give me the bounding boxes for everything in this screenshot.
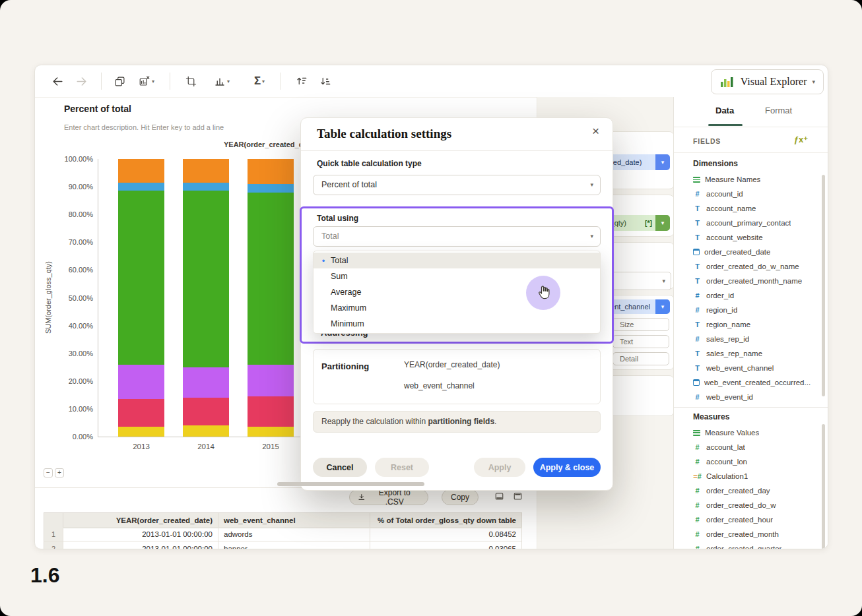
field-account-website[interactable]: Taccount_website	[674, 230, 828, 245]
mark-button-detail[interactable]: Detail	[613, 352, 669, 365]
total-using-dropdown[interactable]: Total ▾	[313, 226, 601, 247]
field-account-id[interactable]: #account_id	[674, 187, 828, 201]
dropdown-option-total[interactable]: •Total	[314, 253, 600, 268]
field-order-created-do-w[interactable]: #order_created_do_w	[674, 498, 828, 512]
quick-calc-dropdown[interactable]: Percent of total ▾	[313, 175, 601, 195]
bar-segment-purple[interactable]	[183, 367, 229, 398]
bar-segment-orange[interactable]	[248, 159, 294, 184]
quick-calc-value: Percent of total	[314, 175, 600, 195]
back-button[interactable]	[48, 72, 67, 90]
tab-data[interactable]: Data	[715, 106, 734, 115]
bar-segment-green[interactable]	[248, 193, 294, 365]
field-web-event-id[interactable]: #web_event_id	[674, 390, 828, 404]
dropdown-option-sum[interactable]: Sum	[314, 268, 600, 284]
chevron-down-icon[interactable]: ▾	[655, 154, 670, 170]
bar-segment-green[interactable]	[118, 191, 164, 364]
dimensions-scrollbar[interactable]	[822, 175, 825, 396]
bar-segment-blue[interactable]	[248, 184, 294, 193]
table-row[interactable]: 22013-01-01 00:00:00banner0.03065	[44, 541, 522, 549]
visual-explorer-button[interactable]: Visual Explorer ▾	[711, 69, 824, 94]
field-measure-values[interactable]: Measure Values	[674, 425, 828, 440]
download-icon	[358, 493, 366, 501]
chart-title[interactable]: Percent of total	[64, 104, 131, 114]
apply-button[interactable]: Apply	[474, 458, 525, 477]
copy-button[interactable]: Copy	[442, 489, 479, 505]
bar-chart-button[interactable]: ▾	[208, 72, 236, 90]
field-order-created-hour[interactable]: #order_created_hour	[674, 512, 828, 527]
mark-button-size[interactable]: Size	[613, 318, 669, 331]
field-account-name[interactable]: Taccount_name	[674, 201, 828, 216]
field-account-primary-contact[interactable]: Taccount_primary_contact	[674, 216, 828, 230]
calendar-icon	[693, 379, 700, 386]
field-region-id[interactable]: #region_id	[674, 303, 828, 317]
column-header-channel[interactable]: web_event_channel	[218, 513, 370, 528]
chevron-down-icon[interactable]: ▾	[655, 215, 670, 231]
bar-segment-purple[interactable]	[248, 365, 294, 396]
bar-segment-green[interactable]	[183, 191, 229, 367]
field-order-created-month[interactable]: #order_created_month	[674, 527, 828, 541]
measures-list: Measure Values#account_lat#account_lon=#…	[674, 425, 828, 549]
measures-scrollbar[interactable]	[822, 424, 825, 549]
bar-segment-crimson[interactable]	[118, 399, 164, 427]
mark-button-text[interactable]: Text	[613, 335, 669, 348]
zoom-out-button[interactable]: −	[44, 468, 53, 477]
field-sales-rep-id[interactable]: #sales_rep_id	[674, 332, 828, 346]
column-header-percent[interactable]: % of Total order_gloss_qty down table	[370, 513, 522, 528]
field-order-created-month-name[interactable]: Torder_created_month_name	[674, 274, 828, 288]
horizontal-scrollbar[interactable]	[277, 482, 424, 486]
field-order-created-day[interactable]: #order_created_day	[674, 483, 828, 498]
field-order-created-date[interactable]: order_created_date	[674, 245, 828, 259]
collapse-results-button[interactable]	[493, 491, 505, 503]
tab-format[interactable]: Format	[765, 106, 792, 115]
chart-remove-button[interactable]: ▾	[133, 72, 160, 90]
bar-segment-orange[interactable]	[118, 159, 164, 183]
field-web-event-created-occurred-[interactable]: web_event_created_occurred...	[674, 375, 828, 390]
bar-segment-yellow[interactable]	[118, 427, 164, 437]
hash-glyph: #	[698, 472, 702, 480]
field-order-id[interactable]: #order_id	[674, 288, 828, 303]
field-order-created-quarter[interactable]: #order_created_quarter	[674, 541, 828, 549]
year-cell: 2013-01-01 00:00:00	[63, 527, 218, 541]
sort-descending-button[interactable]	[316, 72, 335, 90]
fields-section-label: FIELDS	[693, 137, 721, 145]
field-account-lon[interactable]: #account_lon	[674, 454, 828, 469]
bar-segment-orange[interactable]	[183, 159, 229, 183]
close-icon[interactable]: ×	[588, 123, 603, 139]
zoom-in-button[interactable]: +	[55, 468, 64, 477]
aggregate-button[interactable]: Σ ▾	[246, 72, 273, 90]
expand-results-button[interactable]	[512, 491, 523, 503]
chart-description-placeholder[interactable]: Enter chart description. Hit Enter key t…	[64, 123, 224, 131]
export-csv-button[interactable]: Export to .CSV	[349, 489, 428, 505]
duplicate-button[interactable]	[110, 72, 129, 90]
export-csv-label: Export to .CSV	[370, 488, 420, 507]
dropdown-option-minimum[interactable]: Minimum	[314, 316, 600, 332]
create-calculation-button[interactable]: ƒx⁺	[790, 134, 812, 145]
table-row[interactable]: 12013-01-01 00:00:00adwords0.08452	[44, 527, 522, 541]
field-measure-names[interactable]: Measure Names	[674, 172, 828, 187]
bar-segment-purple[interactable]	[118, 365, 164, 400]
field-web-event-channel[interactable]: Tweb_event_channel	[674, 361, 828, 375]
field-calculation1[interactable]: =#Calculation1	[674, 469, 828, 483]
toolbar-divider	[101, 73, 102, 90]
sort-ascending-button[interactable]	[292, 72, 311, 90]
y-axis-tick-label: 100.00%	[65, 155, 93, 163]
bar-segment-yellow[interactable]	[248, 427, 294, 437]
chevron-down-icon[interactable]: ▾	[655, 299, 670, 314]
column-header-year[interactable]: YEAR(order_created_date)	[63, 513, 218, 528]
bar-segment-yellow[interactable]	[183, 425, 229, 437]
field-account-lat[interactable]: #account_lat	[674, 440, 828, 454]
field-order-created-do-w-name[interactable]: Torder_created_do_w_name	[674, 259, 828, 274]
field-region-name[interactable]: Tregion_name	[674, 317, 828, 332]
partitioning-field-value: YEAR(order_created_date)	[404, 360, 500, 369]
forward-button[interactable]	[72, 72, 90, 90]
cancel-button[interactable]: Cancel	[313, 458, 367, 477]
field-sales-rep-name[interactable]: Tsales_rep_name	[674, 346, 828, 361]
crop-button[interactable]	[182, 72, 200, 90]
apply-and-close-button[interactable]: Apply & close	[533, 458, 601, 477]
reset-button[interactable]: Reset	[375, 458, 429, 477]
bar-segment-blue[interactable]	[183, 183, 229, 191]
expand-panel-icon	[513, 491, 523, 501]
bar-segment-crimson[interactable]	[183, 398, 229, 425]
bar-segment-blue[interactable]	[118, 183, 164, 191]
bar-segment-crimson[interactable]	[248, 396, 294, 427]
